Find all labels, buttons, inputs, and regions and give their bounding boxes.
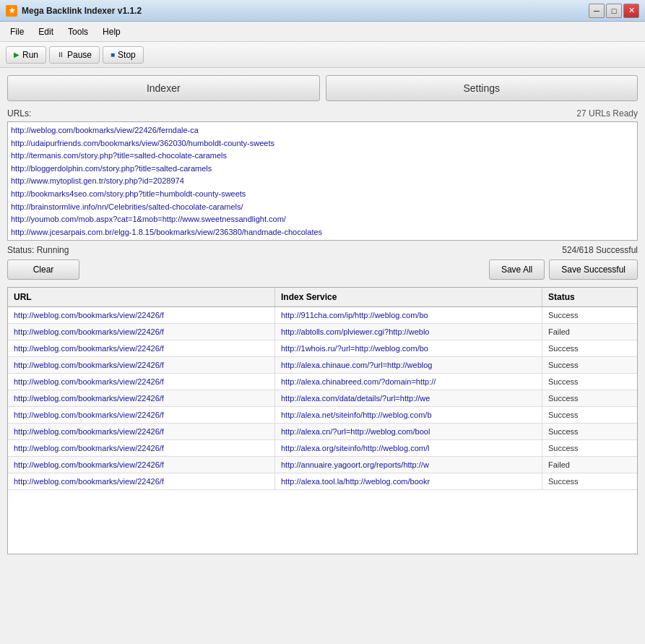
window-controls[interactable]: ─ □ ✕ bbox=[589, 4, 639, 18]
urls-ready: 27 URLs Ready bbox=[576, 108, 638, 119]
menu-tools[interactable]: Tools bbox=[61, 24, 95, 40]
status-text: Status: Running bbox=[7, 245, 69, 255]
stop-button[interactable]: ■ Stop bbox=[103, 46, 144, 64]
save-all-button[interactable]: Save All bbox=[489, 259, 545, 280]
cell-url: http://weblog.com/bookmarks/view/22426/f bbox=[8, 357, 275, 373]
cell-index-service: http://alexa.chinaue.com/?url=http://web… bbox=[275, 357, 542, 373]
table-header: URL Index Service Status bbox=[8, 288, 637, 307]
table-row: http://weblog.com/bookmarks/view/22426/f… bbox=[8, 473, 637, 490]
menu-help[interactable]: Help bbox=[95, 24, 128, 40]
cell-status: Success bbox=[542, 440, 622, 456]
url-item: http://udaipurfriends.com/bookmarks/view… bbox=[11, 137, 634, 150]
cell-status: Success bbox=[542, 390, 622, 406]
cell-status: Success bbox=[542, 307, 622, 323]
main-area: Indexer Settings URLs: 27 URLs Ready htt… bbox=[0, 68, 645, 562]
cell-status: Failed bbox=[542, 457, 622, 473]
pause-icon: ⏸ bbox=[57, 51, 64, 59]
save-successful-button[interactable]: Save Successful bbox=[549, 259, 638, 280]
minimize-button[interactable]: ─ bbox=[589, 4, 605, 18]
cell-url: http://weblog.com/bookmarks/view/22426/f bbox=[8, 424, 275, 439]
cell-index-service: http://911cha.com/ip/http://weblog.com/b… bbox=[275, 307, 542, 323]
table-row: http://weblog.com/bookmarks/view/22426/f… bbox=[8, 340, 637, 357]
cell-url: http://weblog.com/bookmarks/view/22426/f bbox=[8, 324, 275, 340]
url-item: http://youmob.com/mob.aspx?cat=1&mob=htt… bbox=[11, 213, 634, 226]
cell-status: Success bbox=[542, 374, 622, 390]
cell-url: http://weblog.com/bookmarks/view/22426/f bbox=[8, 340, 275, 356]
table-row: http://weblog.com/bookmarks/view/22426/f… bbox=[8, 390, 637, 407]
table-row: http://weblog.com/bookmarks/view/22426/f… bbox=[8, 374, 637, 390]
url-item: http://bookmarks4seo.com/story.php?title… bbox=[11, 188, 634, 201]
url-item: http://weblog.com/bookmarks/view/22426/f… bbox=[11, 124, 634, 137]
cell-status: Success bbox=[542, 340, 622, 356]
table-row: http://weblog.com/bookmarks/view/22426/f… bbox=[8, 424, 637, 440]
col-url: URL bbox=[8, 288, 275, 306]
table-row: http://weblog.com/bookmarks/view/22426/f… bbox=[8, 324, 637, 340]
toolbar: ▶ Run ⏸ Pause ■ Stop bbox=[0, 42, 645, 68]
cell-index-service: http://1whois.ru/?url=http://weblog.com/… bbox=[275, 340, 542, 356]
table-row: http://weblog.com/bookmarks/view/22426/f… bbox=[8, 440, 637, 457]
cell-index-service: http://alexa.tool.la/http://weblog.com/b… bbox=[275, 473, 542, 489]
success-count: 524/618 Successful bbox=[562, 245, 638, 255]
pause-button[interactable]: ⏸ Pause bbox=[49, 46, 100, 64]
table-body[interactable]: http://weblog.com/bookmarks/view/22426/f… bbox=[8, 307, 637, 554]
cell-index-service: http://alexa.net/siteinfo/http://weblog.… bbox=[275, 407, 542, 423]
clear-button[interactable]: Clear bbox=[7, 259, 79, 280]
menu-edit[interactable]: Edit bbox=[31, 24, 61, 40]
col-status: Status bbox=[542, 288, 622, 306]
cell-status: Success bbox=[542, 473, 622, 489]
cell-status: Success bbox=[542, 407, 622, 423]
pause-label: Pause bbox=[67, 50, 92, 60]
table-row: http://weblog.com/bookmarks/view/22426/f… bbox=[8, 407, 637, 424]
urls-header: URLs: 27 URLs Ready bbox=[7, 108, 638, 119]
urls-box[interactable]: http://weblog.com/bookmarks/view/22426/f… bbox=[7, 121, 638, 241]
cell-status: Success bbox=[542, 424, 622, 439]
cell-index-service: http://alexa.com/data/details/?url=http:… bbox=[275, 390, 542, 406]
results-table: URL Index Service Status http://weblog.c… bbox=[7, 287, 638, 554]
cell-index-service: http://alexa.cn/?url=http://weblog.com/b… bbox=[275, 424, 542, 439]
url-item: http://termanis.com/story.php?title=salt… bbox=[11, 150, 634, 163]
menu-bar: File Edit Tools Help bbox=[0, 22, 645, 42]
table-row: http://weblog.com/bookmarks/view/22426/f… bbox=[8, 457, 637, 473]
cell-url: http://weblog.com/bookmarks/view/22426/f bbox=[8, 307, 275, 323]
url-item: http://www.demalenpeor.es/story.php?titl… bbox=[11, 239, 634, 241]
cell-status: Failed bbox=[542, 324, 622, 340]
cell-url: http://weblog.com/bookmarks/view/22426/f bbox=[8, 440, 275, 456]
cell-index-service: http://abtolls.com/plviewer.cgi?http://w… bbox=[275, 324, 542, 340]
tab-settings[interactable]: Settings bbox=[326, 75, 638, 101]
cell-url: http://weblog.com/bookmarks/view/22426/f bbox=[8, 390, 275, 406]
run-button[interactable]: ▶ Run bbox=[6, 46, 46, 64]
action-row: Clear Save All Save Successful bbox=[7, 259, 638, 280]
title-bar: ★ Mega Backlink Indexer v1.1.2 ─ □ ✕ bbox=[0, 0, 645, 22]
title-bar-left: ★ Mega Backlink Indexer v1.1.2 bbox=[6, 5, 142, 17]
close-button[interactable]: ✕ bbox=[623, 4, 639, 18]
status-bar: Status: Running 524/618 Successful bbox=[7, 245, 638, 255]
table-row: http://weblog.com/bookmarks/view/22426/f… bbox=[8, 357, 637, 374]
menu-file[interactable]: File bbox=[3, 24, 31, 40]
run-label: Run bbox=[22, 50, 38, 60]
url-item: http://brainstormlive.info/nn/Celebritie… bbox=[11, 201, 634, 214]
urls-label: URLs: bbox=[7, 108, 31, 119]
cell-index-service: http://alexa.org/siteinfo/http://weblog.… bbox=[275, 440, 542, 456]
url-item: http://www.jcesarpais.com.br/elgg-1.8.15… bbox=[11, 226, 634, 239]
cell-url: http://weblog.com/bookmarks/view/22426/f bbox=[8, 374, 275, 390]
cell-url: http://weblog.com/bookmarks/view/22426/f bbox=[8, 473, 275, 489]
url-item: http://www.mytoplist.gen.tr/story.php?id… bbox=[11, 175, 634, 188]
cell-index-service: http://alexa.chinabreed.com/?domain=http… bbox=[275, 374, 542, 390]
run-icon: ▶ bbox=[14, 51, 20, 59]
stop-icon: ■ bbox=[111, 51, 115, 59]
tab-row: Indexer Settings bbox=[7, 75, 638, 101]
stop-label: Stop bbox=[118, 50, 136, 60]
cell-status: Success bbox=[542, 357, 622, 373]
maximize-button[interactable]: □ bbox=[606, 4, 622, 18]
table-row: http://weblog.com/bookmarks/view/22426/f… bbox=[8, 307, 637, 324]
app-title: Mega Backlink Indexer v1.1.2 bbox=[22, 6, 142, 16]
app-icon: ★ bbox=[6, 5, 17, 17]
url-item: http://bloggerdolphin.com/story.php?titl… bbox=[11, 163, 634, 176]
col-index-service: Index Service bbox=[275, 288, 542, 306]
cell-index-service: http://annuaire.yagoort.org/reports/http… bbox=[275, 457, 542, 473]
cell-url: http://weblog.com/bookmarks/view/22426/f bbox=[8, 457, 275, 473]
tab-indexer[interactable]: Indexer bbox=[7, 75, 320, 101]
cell-url: http://weblog.com/bookmarks/view/22426/f bbox=[8, 407, 275, 423]
